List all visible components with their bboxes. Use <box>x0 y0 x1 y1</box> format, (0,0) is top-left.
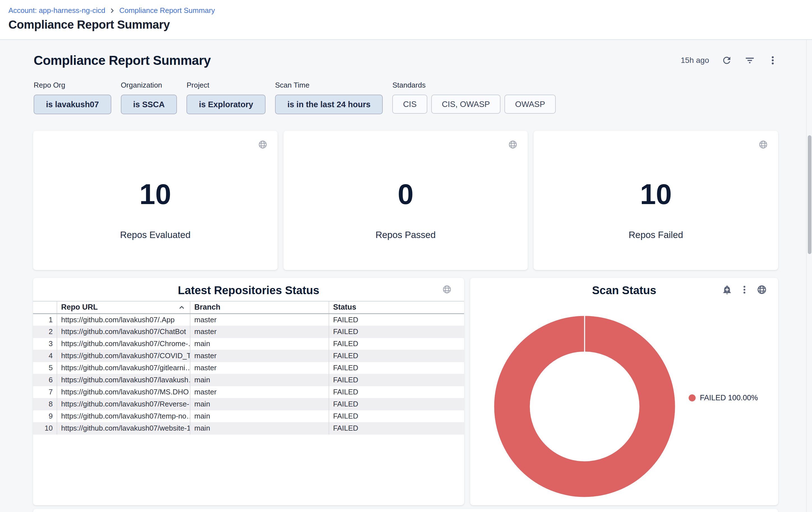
cell-status: FAILED <box>329 362 464 374</box>
table-row: 10https://github.com/lavakush07/website-… <box>33 422 464 434</box>
filter-scan-time: Scan Time is in the last 24 hours <box>275 81 383 114</box>
cell-branch: master <box>190 350 329 362</box>
kebab-menu-icon[interactable] <box>740 285 750 295</box>
cell-n: 7 <box>33 386 57 398</box>
standards-buttons: CIS CIS, OWASP OWASP <box>392 95 556 114</box>
stat-value: 10 <box>33 178 278 211</box>
cell-url: https://github.com/lavakush07/MS.DHO… <box>57 386 190 398</box>
cell-status: FAILED <box>329 422 464 434</box>
cell-url: https://github.com/lavakush07/gitlearni… <box>57 362 190 374</box>
column-label: Repo URL <box>61 303 98 312</box>
cell-status: FAILED <box>329 338 464 350</box>
globe-icon[interactable] <box>442 285 452 294</box>
refresh-icon[interactable] <box>721 55 732 66</box>
cell-url: https://github.com/lavakush07/website-1 <box>57 422 190 434</box>
stat-value: 10 <box>533 178 778 211</box>
cell-n: 4 <box>33 350 57 362</box>
cell-branch: main <box>190 410 329 422</box>
cell-status: FAILED <box>329 374 464 386</box>
cell-url: https://github.com/lavakush07/COVID_T… <box>57 350 190 362</box>
globe-icon[interactable] <box>258 140 267 149</box>
cell-n: 9 <box>33 410 57 422</box>
standards-option-cis[interactable]: CIS <box>392 95 427 114</box>
cell-status: FAILED <box>329 350 464 362</box>
table-row: 2https://github.com/lavakush07/ChatBotma… <box>33 326 464 338</box>
filter-bar: Repo Org is lavakush07 Organization is S… <box>34 81 556 114</box>
dashboard-title: Compliance Report Summary <box>34 53 211 68</box>
table-row: 8https://github.com/lavakush07/Reverse-…… <box>33 398 464 410</box>
table-row: 6https://github.com/lavakush07/lavakush…… <box>33 374 464 386</box>
filter-chip-repo-org[interactable]: is lavakush07 <box>34 95 111 114</box>
filter-label: Repo Org <box>34 81 111 89</box>
filter-chip-scan-time[interactable]: is in the last 24 hours <box>275 95 383 114</box>
cell-n: 6 <box>33 374 57 386</box>
stat-label: Repos Evaluated <box>33 230 278 240</box>
scrollbar-thumb[interactable] <box>808 135 811 254</box>
standards-option-cis-owasp[interactable]: CIS, OWASP <box>431 95 500 114</box>
scan-status-card: Scan Status FAILED 10 <box>470 278 778 505</box>
table-body: 1https://github.com/lavakush07/.Appmaste… <box>33 314 464 434</box>
cell-url: https://github.com/lavakush07/temp-no… <box>57 410 190 422</box>
cell-status: FAILED <box>329 410 464 422</box>
column-header-repo-url[interactable]: Repo URL <box>57 301 190 314</box>
filter-chip-organization[interactable]: is SSCA <box>121 95 177 114</box>
filter-label: Scan Time <box>275 81 383 89</box>
top-header: Account: app-harness-ng-cicd Compliance … <box>0 0 812 40</box>
cell-n: 5 <box>33 362 57 374</box>
globe-icon[interactable] <box>508 140 518 149</box>
table-row: 1https://github.com/lavakush07/.Appmaste… <box>33 314 464 326</box>
globe-icon[interactable] <box>758 140 768 149</box>
sort-asc-icon <box>178 304 185 311</box>
table-title: Latest Repositories Status <box>33 284 464 297</box>
cell-branch: main <box>190 422 329 434</box>
filter-label: Project <box>186 81 265 89</box>
cell-branch: master <box>190 362 329 374</box>
legend-label: FAILED 100.00% <box>700 394 758 402</box>
chart-card-icons <box>722 285 767 295</box>
cell-branch: master <box>190 386 329 398</box>
stat-cards-row: 10 Repos Evaluated 0 Repos Passed 10 Rep… <box>33 131 778 270</box>
row-number-header <box>33 301 57 314</box>
column-header-status[interactable]: Status <box>329 301 464 314</box>
breadcrumb-account-link[interactable]: Account: app-harness-ng-cicd <box>8 6 105 15</box>
cell-branch: master <box>190 326 329 338</box>
next-widget-card-partial <box>33 509 778 512</box>
cell-url: https://github.com/lavakush07/Reverse-… <box>57 398 190 410</box>
cell-url: https://github.com/lavakush07/Chrome-… <box>57 338 190 350</box>
globe-icon[interactable] <box>757 285 767 295</box>
breadcrumb-current-link[interactable]: Compliance Report Summary <box>119 6 215 15</box>
standards-option-owasp[interactable]: OWASP <box>504 95 556 114</box>
cell-status: FAILED <box>329 386 464 398</box>
table-row: 3https://github.com/lavakush07/Chrome-…m… <box>33 338 464 350</box>
filter-repo-org: Repo Org is lavakush07 <box>34 81 111 114</box>
stat-card-repos-evaluated: 10 Repos Evaluated <box>33 131 278 270</box>
cell-status: FAILED <box>329 326 464 338</box>
column-header-branch[interactable]: Branch <box>190 301 329 314</box>
chart-legend[interactable]: FAILED 100.00% <box>689 394 758 402</box>
cell-branch: main <box>190 374 329 386</box>
alert-add-icon[interactable] <box>722 285 732 295</box>
filter-label: Standards <box>392 81 556 89</box>
chevron-right-icon <box>109 7 115 14</box>
filter-standards: Standards CIS CIS, OWASP OWASP <box>392 81 556 114</box>
cell-url: https://github.com/lavakush07/ChatBot <box>57 326 190 338</box>
page-title: Compliance Report Summary <box>8 18 170 31</box>
filter-chip-project[interactable]: is Exploratory <box>186 95 265 114</box>
table-header-row: Repo URL Branch Status <box>33 301 464 314</box>
table-row: 5https://github.com/lavakush07/gitlearni… <box>33 362 464 374</box>
bottom-row: Latest Repositories Status Repo URL <box>33 278 778 505</box>
table-row: 4https://github.com/lavakush07/COVID_T…m… <box>33 350 464 362</box>
filter-icon[interactable] <box>745 55 755 66</box>
dashboard-controls: 15h ago <box>681 55 778 66</box>
scan-status-donut-chart[interactable] <box>493 315 676 498</box>
cell-status: FAILED <box>329 314 464 326</box>
cell-n: 3 <box>33 338 57 350</box>
kebab-menu-icon[interactable] <box>767 55 778 66</box>
table-row: 7https://github.com/lavakush07/MS.DHO…ma… <box>33 386 464 398</box>
stat-card-repos-passed: 0 Repos Passed <box>284 131 528 270</box>
last-refreshed-time: 15h ago <box>681 56 709 65</box>
cell-branch: master <box>190 314 329 326</box>
filter-organization: Organization is SSCA <box>121 81 177 114</box>
table-row: 9https://github.com/lavakush07/temp-no…m… <box>33 410 464 422</box>
cell-n: 2 <box>33 326 57 338</box>
